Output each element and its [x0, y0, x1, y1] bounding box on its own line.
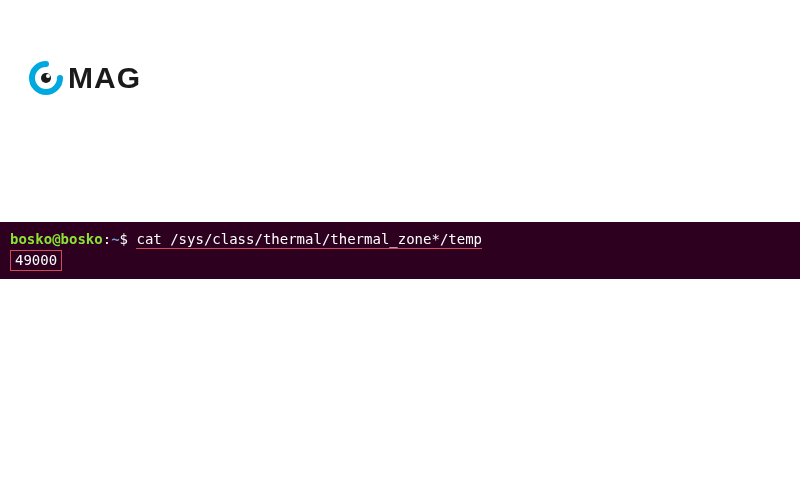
terminal-prompt-line: bosko@bosko:~$ cat /sys/class/thermal/th…	[10, 230, 790, 250]
svg-point-1	[46, 74, 50, 78]
prompt-user: bosko@bosko	[10, 231, 103, 247]
prompt-dollar: $	[120, 231, 128, 247]
terminal-command: cat /sys/class/thermal/thermal_zone*/tem…	[136, 231, 482, 249]
brand-logo: MAG	[28, 60, 141, 96]
terminal-output-line: 49000	[10, 250, 790, 272]
logo-icon	[28, 60, 64, 96]
prompt-path: ~	[111, 231, 119, 247]
logo-text: MAG	[68, 61, 141, 95]
terminal-window[interactable]: bosko@bosko:~$ cat /sys/class/thermal/th…	[0, 222, 800, 279]
terminal-output: 49000	[10, 250, 62, 272]
prompt-colon: :	[103, 231, 111, 247]
svg-point-0	[41, 73, 51, 83]
